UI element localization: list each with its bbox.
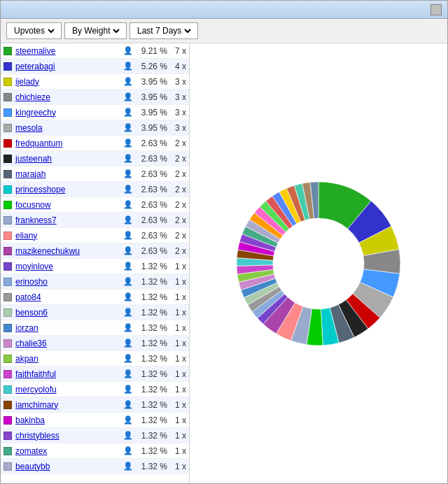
item-name[interactable]: bakinba: [15, 415, 120, 425]
item-name[interactable]: zomatex: [15, 446, 120, 456]
item-color: [4, 416, 12, 425]
item-name[interactable]: frankness7: [15, 215, 120, 225]
list-item: chalie36 👤 1.32 % 1 x: [1, 336, 189, 351]
item-percentage: 1.32 %: [136, 339, 167, 348]
list-item: kingreechy 👤 3.95 % 3 x: [1, 105, 189, 120]
vote-type-select[interactable]: Upvotes: [11, 25, 57, 36]
title-bar: [1, 1, 447, 19]
item-name[interactable]: beautybb: [15, 462, 120, 471]
person-icon: 👤: [123, 200, 133, 210]
item-name[interactable]: fredquantum: [15, 138, 120, 148]
list-item: zomatex 👤 1.32 % 1 x: [1, 443, 189, 459]
item-count: 3 x: [169, 108, 186, 118]
list-item: mazikenechukwu 👤 2.63 % 2 x: [1, 243, 189, 259]
list-item: mesola 👤 3.95 % 3 x: [1, 120, 189, 136]
item-percentage: 5.26 %: [136, 62, 167, 71]
item-color: [4, 339, 12, 348]
person-icon: 👤: [123, 385, 133, 394]
item-name[interactable]: iorzan: [15, 323, 120, 333]
item-color: [4, 155, 12, 163]
item-color: [4, 432, 12, 440]
item-name[interactable]: pato84: [15, 292, 120, 302]
person-icon: 👤: [123, 400, 133, 410]
person-icon: 👤: [123, 462, 133, 471]
close-button[interactable]: [430, 4, 442, 15]
item-count: 1 x: [169, 369, 186, 379]
item-name[interactable]: focusnow: [15, 200, 120, 210]
item-name[interactable]: mesola: [15, 123, 120, 133]
item-percentage: 1.32 %: [136, 369, 167, 379]
item-name[interactable]: mazikenechukwu: [15, 246, 120, 256]
item-color: [4, 370, 12, 378]
item-color: [4, 447, 12, 455]
list-item: moyinlove 👤 1.32 % 1 x: [1, 259, 189, 274]
item-color: [4, 293, 12, 301]
person-icon: 👤: [123, 431, 133, 441]
item-name[interactable]: justeenah: [15, 154, 120, 164]
item-percentage: 2.63 %: [136, 154, 167, 164]
item-percentage: 1.32 %: [136, 431, 167, 441]
list-item: fredquantum 👤 2.63 % 2 x: [1, 136, 189, 151]
list-item: iorzan 👤 1.32 % 1 x: [1, 320, 189, 336]
item-count: 3 x: [169, 92, 186, 102]
item-percentage: 1.32 %: [136, 354, 167, 364]
item-percentage: 1.32 %: [136, 292, 167, 302]
item-name[interactable]: moyinlove: [15, 262, 120, 271]
item-count: 1 x: [169, 262, 186, 271]
item-name[interactable]: chalie36: [15, 339, 120, 348]
item-name[interactable]: princesshope: [15, 185, 120, 194]
item-name[interactable]: kingreechy: [15, 108, 120, 118]
item-percentage: 1.32 %: [136, 262, 167, 271]
list-item: peterabagi 👤 5.26 % 4 x: [1, 59, 189, 74]
person-icon: 👤: [123, 108, 133, 118]
item-color: [4, 185, 12, 194]
item-name[interactable]: peterabagi: [15, 62, 120, 71]
item-percentage: 3.95 %: [136, 108, 167, 118]
item-name[interactable]: faithfaithful: [15, 369, 120, 379]
item-color: [4, 401, 12, 409]
item-count: 1 x: [169, 385, 186, 394]
item-name[interactable]: chichieze: [15, 92, 120, 102]
item-count: 1 x: [169, 400, 186, 410]
item-name[interactable]: ijelady: [15, 77, 120, 87]
item-name[interactable]: iamchimary: [15, 400, 120, 410]
item-name[interactable]: eliany: [15, 231, 120, 241]
person-icon: 👤: [123, 215, 133, 225]
item-count: 1 x: [169, 308, 186, 318]
person-icon: 👤: [123, 323, 133, 333]
item-name[interactable]: benson6: [15, 308, 120, 318]
main-window: Upvotes By Weight Last 7 Days steemalive…: [0, 0, 448, 484]
sort-select[interactable]: By Weight: [69, 25, 122, 36]
item-count: 2 x: [169, 138, 186, 148]
item-color: [4, 201, 12, 209]
item-count: 1 x: [169, 431, 186, 441]
item-name[interactable]: mercyolofu: [15, 385, 120, 394]
item-count: 7 x: [169, 46, 186, 56]
item-percentage: 1.32 %: [136, 308, 167, 318]
list-item: ijelady 👤 3.95 % 3 x: [1, 74, 189, 90]
donut-chart: [227, 173, 410, 355]
item-name[interactable]: marajah: [15, 169, 120, 179]
item-color: [4, 78, 12, 86]
item-percentage: 2.63 %: [136, 215, 167, 225]
item-name[interactable]: erinosho: [15, 277, 120, 287]
vote-type-dropdown[interactable]: Upvotes: [6, 22, 62, 39]
item-color: [4, 262, 12, 271]
item-count: 2 x: [169, 154, 186, 164]
item-percentage: 1.32 %: [136, 462, 167, 471]
list-item: focusnow 👤 2.63 % 2 x: [1, 197, 189, 213]
item-count: 2 x: [169, 231, 186, 241]
person-icon: 👤: [123, 369, 133, 379]
item-count: 1 x: [169, 339, 186, 348]
item-percentage: 2.63 %: [136, 185, 167, 194]
item-name[interactable]: steemalive: [15, 46, 120, 56]
person-icon: 👤: [123, 185, 133, 194]
item-color: [4, 170, 12, 178]
time-select[interactable]: Last 7 Days: [134, 25, 193, 36]
list-item: faithfaithful 👤 1.32 % 1 x: [1, 366, 189, 382]
list-item: mercyolofu 👤 1.32 % 1 x: [1, 382, 189, 397]
time-dropdown[interactable]: Last 7 Days: [130, 22, 198, 39]
item-name[interactable]: christybless: [15, 431, 120, 441]
item-name[interactable]: akpan: [15, 354, 120, 364]
sort-dropdown[interactable]: By Weight: [64, 22, 127, 39]
